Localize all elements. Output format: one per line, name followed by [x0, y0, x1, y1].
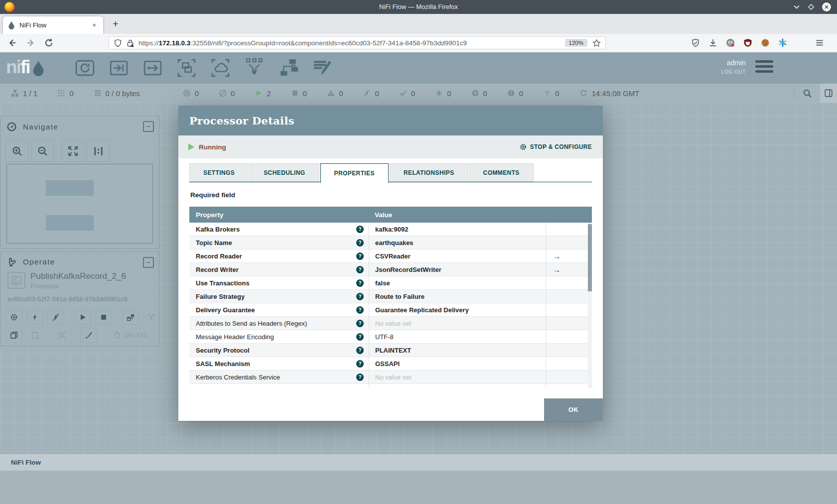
go-to-service-icon[interactable]: →	[553, 252, 560, 260]
nifi-app-header: nifi admin LOG OUT	[0, 52, 837, 84]
tab-scheduling[interactable]: SCHEDULING	[250, 163, 319, 182]
table-row: No value set	[189, 384, 592, 388]
up-to-date-icon	[399, 89, 407, 97]
brush-button[interactable]	[80, 328, 97, 343]
tab-settings[interactable]: SETTINGS	[189, 163, 249, 182]
stop-configure-button[interactable]: STOP & CONFIGURE	[519, 143, 593, 151]
new-tab-button[interactable]: +	[110, 18, 122, 30]
property-value-cell[interactable]: PLAINTEXT	[369, 344, 546, 357]
property-value-cell[interactable]: CSVReader	[369, 250, 546, 262]
property-value-cell[interactable]: Guarantee Replicated Delivery	[369, 303, 546, 316]
table-row: Record Writer?JsonRecordSetWriter→	[189, 263, 592, 276]
input-port-icon[interactable]	[108, 57, 130, 79]
help-icon[interactable]: ?	[356, 279, 364, 287]
help-icon[interactable]: ?	[356, 320, 364, 327]
process-group-icon[interactable]	[175, 57, 198, 79]
tab-comments[interactable]: COMMENTS	[469, 163, 534, 182]
start-button[interactable]	[74, 310, 91, 325]
tracking-shield-icon[interactable]	[114, 39, 122, 47]
remote-process-group-icon[interactable]	[209, 57, 232, 79]
zoom-out-button[interactable]	[31, 140, 54, 162]
processor-icon[interactable]	[74, 57, 96, 79]
property-value-cell[interactable]: earthquakes	[369, 236, 546, 249]
property-value-cell[interactable]: No value set	[369, 384, 546, 388]
zoom-in-button[interactable]	[5, 140, 28, 162]
help-icon[interactable]: ?	[356, 226, 364, 233]
help-icon[interactable]: ?	[356, 347, 364, 354]
forward-icon[interactable]	[26, 38, 36, 48]
property-value-cell[interactable]: kafka:9092	[369, 223, 546, 236]
shield-check-icon[interactable]	[691, 38, 700, 47]
gear-icon	[519, 143, 527, 151]
label-icon[interactable]	[311, 57, 333, 79]
breadcrumb-root-link[interactable]: NiFi Flow	[11, 459, 41, 466]
tab-close-icon[interactable]: ×	[90, 21, 98, 29]
actual-size-button[interactable]	[87, 140, 110, 162]
disable-button[interactable]	[47, 310, 64, 325]
browser-tab[interactable]: NiFi Flow ×	[3, 16, 103, 34]
help-icon[interactable]: ?	[356, 252, 364, 260]
firefox-menu-icon[interactable]	[815, 38, 824, 47]
table-row: Record Reader?CSVReader→	[189, 250, 592, 263]
tab-properties[interactable]: PROPERTIES	[320, 163, 389, 183]
help-icon[interactable]: ?	[356, 360, 364, 368]
lock-warning-icon[interactable]	[126, 39, 135, 47]
actual-size-icon	[93, 145, 104, 157]
gear-button[interactable]	[5, 310, 22, 325]
property-value-cell[interactable]: No value set	[369, 371, 546, 383]
help-icon[interactable]: ?	[356, 306, 364, 314]
go-to-cell: →	[546, 263, 588, 276]
bulletin-panel-toggle[interactable]	[820, 84, 837, 103]
property-value-cell[interactable]: JsonRecordSetWriter	[369, 263, 546, 276]
properties-table-header: Property Value	[189, 207, 592, 223]
download-icon[interactable]	[708, 38, 717, 47]
ok-button[interactable]: OK	[544, 398, 603, 421]
search-icon[interactable]	[803, 89, 812, 98]
status-stopped-count: 0	[303, 89, 307, 98]
container-icon[interactable]	[778, 38, 787, 47]
birdseye-minimap[interactable]	[6, 164, 153, 244]
tab-relationships[interactable]: RELATIONSHIPS	[390, 163, 468, 182]
property-value-cell[interactable]: GSSAPI	[369, 357, 546, 370]
enable-button[interactable]	[26, 310, 43, 325]
help-icon[interactable]: ?	[356, 293, 364, 300]
cookie-icon[interactable]	[761, 38, 770, 47]
zoom-level-badge[interactable]: 120%	[565, 39, 587, 47]
help-icon[interactable]: ?	[356, 266, 364, 273]
bookmark-star-icon[interactable]	[592, 39, 601, 47]
template-save-button[interactable]	[122, 310, 139, 325]
collapse-operate-button[interactable]	[143, 257, 154, 268]
stop-button[interactable]	[95, 310, 112, 325]
url-bar[interactable]: https://172.18.0.3:32558/nifi/?processGr…	[109, 36, 606, 49]
required-field-note: Required field	[190, 191, 235, 199]
template-icon[interactable]	[277, 57, 299, 79]
funnel-icon[interactable]	[243, 57, 266, 79]
help-icon[interactable]: ?	[356, 239, 364, 247]
property-name-cell	[189, 384, 369, 388]
global-menu-icon[interactable]	[755, 60, 773, 73]
logout-link[interactable]: LOG OUT	[721, 69, 746, 75]
close-icon[interactable]	[822, 2, 831, 11]
table-scrollbar[interactable]	[588, 223, 592, 388]
ublock-icon[interactable]	[743, 38, 752, 47]
help-icon[interactable]: ?	[356, 333, 364, 341]
fit-button[interactable]	[61, 140, 84, 162]
property-name-cell: Failure Strategy?	[189, 290, 369, 303]
output-port-icon[interactable]	[141, 57, 164, 79]
refresh-icon[interactable]	[579, 89, 587, 97]
property-value-cell[interactable]: UTF-8	[369, 330, 546, 343]
minimize-icon[interactable]	[793, 3, 800, 10]
collapse-navigate-button[interactable]	[143, 121, 154, 132]
help-icon[interactable]: ?	[356, 374, 364, 381]
back-icon[interactable]	[7, 38, 17, 48]
go-to-service-icon[interactable]: →	[553, 265, 560, 274]
property-value-cell[interactable]: Route to Failure	[369, 290, 546, 303]
restore-icon[interactable]	[808, 3, 815, 10]
scrollbar-thumb[interactable]	[588, 224, 592, 291]
property-value-cell[interactable]: false	[369, 276, 546, 289]
copy-button[interactable]	[5, 328, 22, 343]
reload-icon[interactable]	[44, 38, 54, 48]
property-value-cell[interactable]: No value set	[369, 317, 546, 330]
compass-icon	[6, 122, 17, 132]
mask-icon[interactable]	[726, 38, 735, 47]
